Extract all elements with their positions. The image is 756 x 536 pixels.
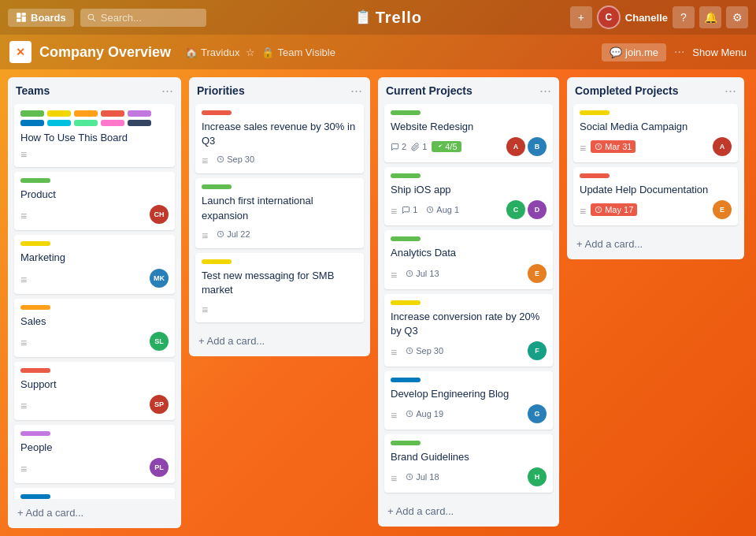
color-strip-purple [128,110,151,117]
card-label [20,178,50,183]
card-marketing[interactable]: Marketing ≡ MK [14,235,175,293]
card-avatars: E [528,264,547,283]
lines-icon: ≡ [20,337,27,349]
avatar: F [528,341,547,360]
card-due: Aug 19 [402,408,447,420]
comments-badge: 1 [402,205,417,214]
list-menu-priorities[interactable]: ··· [350,84,362,98]
add-card-priorities[interactable]: + Add a card... [195,332,364,350]
card-people[interactable]: People ≡ PL [14,425,175,483]
star-button[interactable]: ☆ [246,47,255,58]
board-header: ✕ Company Overview 🏠 Travidux ☆ 🔒 Team V… [0,35,756,69]
card-title: Ship iOS app [391,183,547,197]
card-meta-left: ≡ Mar 31 [580,139,636,154]
user-name: Chanelle [625,12,668,24]
nav-right: + C Chanelle ? 🔔 ⚙ [570,6,748,29]
card-label [580,110,610,115]
add-card-teams[interactable]: + Add a card... [14,504,175,522]
avatar: B [528,137,547,156]
card-website-redesign[interactable]: Website Redesign 2 1 4/5 [384,104,553,162]
card-international[interactable]: Launch first international expansion ≡ J… [195,178,364,248]
card-avatars: SL [150,332,169,351]
card-meta: ≡ SL [20,332,169,351]
lines-icon: ≡ [20,274,27,286]
card-avatars: CH [150,205,169,224]
card-title: Brand Guidelines [391,450,547,464]
add-card-completed[interactable]: + Add a card... [573,235,738,253]
color-strip-red [101,110,124,117]
list-cards-teams: How To Use This Board ≡ Product ≡ CH Mar… [8,104,181,499]
card-analytics[interactable]: Analytics Data ≡ Jul 13 E [384,230,553,288]
avatar: E [713,200,732,219]
user-avatar[interactable]: C [597,6,621,29]
card-brand-guidelines[interactable]: Brand Guidelines ≡ Jul 18 H [384,434,553,493]
trello-logo: 📋 Trello [213,9,564,27]
add-card-current[interactable]: + Add a card... [384,502,553,520]
notifications-button[interactable]: 🔔 [699,6,721,28]
list-completed: Completed Projects ··· Social Media Camp… [567,77,744,259]
card-how-to-use[interactable]: How To Use This Board ≡ [14,104,175,167]
card-avatars: A [713,137,732,156]
search-input[interactable] [80,9,206,27]
card-title: Sales [20,315,169,329]
list-header-priorities: Priorities ··· [189,77,370,104]
lines-icon: ≡ [202,303,208,316]
card-title: Develop Engineering Blog [391,387,547,401]
settings-button[interactable]: ⚙ [726,6,748,28]
lines-icon: ≡ [20,463,27,475]
list-title-completed: Completed Projects [575,84,678,97]
card-title: Launch first international expansion [202,194,358,222]
lines-icon: ≡ [391,205,397,218]
avatar: C [506,200,525,219]
card-avatars: G [528,404,547,423]
card-due: May 17 [591,203,637,216]
card-meta: ≡ Jul 22 [202,226,358,242]
list-menu-teams[interactable]: ··· [161,84,173,98]
card-sales[interactable]: Sales ≡ SL [14,299,175,357]
search-wrap [80,9,206,27]
lines-icon: ≡ [391,346,397,359]
card-it[interactable]: IT ≡ IT [14,488,175,499]
list-cards-current: Website Redesign 2 1 4/5 [378,104,559,497]
card-eng-blog[interactable]: Develop Engineering Blog ≡ Aug 19 G [384,371,553,430]
card-support[interactable]: Support ≡ SP [14,362,175,420]
card-sales-revenue[interactable]: Increase sales revenue by 30% in Q3 ≡ Se… [195,104,364,173]
list-menu-completed[interactable]: ··· [724,84,736,98]
card-title: Test new messaging for SMB market [202,269,358,297]
card-ship-ios[interactable]: Ship iOS app ≡ 1 Aug 1 C [384,167,553,225]
list-menu-current[interactable]: ··· [539,84,551,98]
list-title-teams: Teams [16,84,50,97]
add-button[interactable]: + [570,6,592,28]
show-menu-button[interactable]: Show Menu [692,47,747,58]
card-due: Jul 13 [402,267,443,280]
boards-button[interactable]: Boards [8,9,74,27]
lines-icon: ≡ [580,205,586,218]
card-meta-left: ≡ Jul 18 [391,469,443,485]
card-product[interactable]: Product ≡ CH [14,172,175,230]
info-button[interactable]: ? [673,6,695,28]
workspace-link[interactable]: 🏠 Travidux [185,47,239,58]
card-conversion[interactable]: Increase conversion rate by 20% by Q3 ≡ … [384,294,553,367]
lines-icon: ≡ [391,409,397,422]
card-meta: ≡ Sep 30 F [391,341,547,360]
visibility-label[interactable]: 🔒 Team Visible [261,47,335,58]
join-button[interactable]: 💬 join.me [602,43,666,61]
card-messaging[interactable]: Test new messaging for SMB market ≡ [195,253,364,322]
card-meta: 2 1 4/5 A B [391,137,547,156]
list-header-completed: Completed Projects ··· [567,77,744,104]
lines-icon: ≡ [20,210,27,222]
list-current-projects: Current Projects ··· Website Redesign 2 … [378,77,559,527]
comments-badge: 2 [391,142,406,151]
card-meta-left: ≡ Aug 19 [391,406,447,422]
card-title: Update Help Documentation [580,183,732,197]
avatar: MK [150,269,169,288]
card-label [391,173,421,178]
color-strip-orange [74,110,98,117]
card-help-docs[interactable]: Update Help Documentation ≡ May 17 E [573,167,738,225]
card-label [391,378,421,382]
card-meta: ≡ Sep 30 [202,151,358,167]
card-label [20,241,50,246]
progress-badge: 4/5 [432,141,461,152]
card-social-media[interactable]: Social Media Campaign ≡ Mar 31 A [573,104,738,162]
card-meta: ≡ Mar 31 A [580,137,732,156]
